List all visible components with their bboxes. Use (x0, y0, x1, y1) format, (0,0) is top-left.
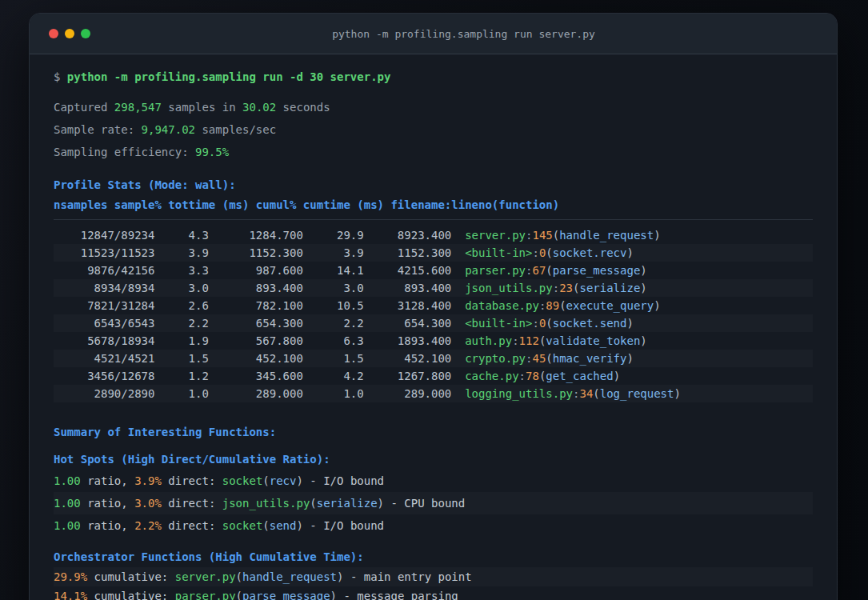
stats-cells: 3456/12678 1.2 345.600 4.2 1267.800 (54, 370, 465, 382)
orch-filename: parser.py (175, 590, 236, 600)
stats-lineno: 67 (532, 264, 546, 277)
stats-function: parse_message (553, 264, 641, 277)
stats-row: 5678/18934 1.9 567.800 6.3 1893.400 auth… (54, 332, 813, 350)
stats-cells: 5678/18934 1.9 567.800 6.3 1893.400 (54, 334, 465, 347)
stats-cells: 8934/8934 3.0 893.400 3.0 893.400 (54, 282, 465, 294)
stats-filename: parser.py (465, 264, 526, 277)
minimize-button[interactable] (65, 29, 74, 38)
hot-function: send (270, 519, 297, 532)
stats-function: socket.send (553, 317, 627, 330)
stats-lineno: 78 (526, 370, 539, 382)
stats-function: socket.recv (553, 246, 627, 259)
stats-function: serialize (579, 282, 640, 294)
hot-percent: 3.0% (134, 497, 162, 510)
hot-spot-line: 1.00 ratio, 3.9% direct: socket(recv) - … (54, 470, 813, 492)
hot-target: socket (222, 474, 263, 487)
hot-note: - I/O bound (303, 519, 384, 532)
efficiency-value: 99.5% (195, 146, 229, 158)
sample-rate-value: 9,947.02 (142, 123, 195, 136)
stats-lineno: 45 (532, 352, 546, 365)
stats-function: log_request (600, 387, 674, 400)
stats-filename: logging_utils.py (465, 387, 573, 400)
stats-row: 12847/89234 4.3 1284.700 29.9 8923.400 s… (54, 226, 813, 244)
orch-filename: server.py (175, 570, 236, 583)
hot-ratio: 1.00 (54, 474, 81, 487)
hot-spot-line: 1.00 ratio, 3.0% direct: json_utils.py(s… (54, 492, 813, 514)
efficiency-line: Sampling efficiency: 99.5% (54, 141, 813, 163)
stats-cells: 11523/11523 3.9 1152.300 3.9 1152.300 (54, 246, 465, 259)
stats-cells: 4521/4521 1.5 452.100 1.5 452.100 (54, 352, 465, 365)
maximize-button[interactable] (81, 29, 90, 38)
stats-cells: 2890/2890 1.0 289.000 1.0 289.000 (54, 387, 465, 400)
command-text: python -m profiling.sampling run -d 30 s… (67, 70, 391, 83)
stats-filename: cache.py (465, 370, 518, 382)
profile-stats-heading: Profile Stats (Mode: wall): (54, 174, 813, 195)
stats-cells: 12847/89234 4.3 1284.700 29.9 8923.400 (54, 229, 465, 242)
stats-row: 2890/2890 1.0 289.000 1.0 289.000 loggin… (54, 385, 813, 402)
stats-row: 8934/8934 3.0 893.400 3.0 893.400 json_u… (54, 279, 813, 297)
window-title: python -m profiling.sampling run server.… (110, 28, 837, 40)
hot-percent: 3.9% (134, 474, 162, 487)
stats-filename: server.py (465, 229, 526, 242)
stats-lineno: 145 (532, 229, 552, 242)
stats-row: 9876/42156 3.3 987.600 14.1 4215.600 par… (54, 262, 813, 279)
stats-lineno: 89 (546, 299, 559, 312)
orchestrator-line: 14.1% cumulative: parser.py(parse_messag… (54, 586, 813, 600)
stats-columns-header: nsamples sample% tottime (ms) cumul% cum… (54, 195, 813, 214)
desktop-background: python -m profiling.sampling run server.… (0, 0, 868, 600)
terminal-window: python -m profiling.sampling run server.… (29, 13, 838, 600)
stats-lineno: 112 (519, 334, 539, 347)
hot-percent: 2.2% (134, 519, 162, 532)
close-button[interactable] (49, 29, 58, 38)
hot-spots-list: 1.00 ratio, 3.9% direct: socket(recv) - … (54, 470, 813, 537)
stats-function: validate_token (546, 334, 640, 347)
stats-cells: 9876/42156 3.3 987.600 14.1 4215.600 (54, 264, 465, 277)
stats-filename: database.py (465, 299, 539, 312)
orch-function: handle_request (242, 570, 337, 583)
orchestrator-list: 29.9% cumulative: server.py(handle_reque… (54, 567, 813, 600)
stats-function: execute_query (566, 299, 654, 312)
stats-row: 6543/6543 2.2 654.300 2.2 654.300 <built… (54, 314, 813, 332)
sample-rate-line: Sample rate: 9,947.02 samples/sec (54, 118, 813, 141)
stats-filename: <built-in> (465, 246, 532, 259)
hot-target: json_utils.py (222, 497, 310, 510)
hot-target: socket (222, 519, 263, 532)
orch-note: - main entry point (343, 570, 471, 583)
hot-function: serialize (317, 497, 378, 510)
stats-row: 3456/12678 1.2 345.600 4.2 1267.800 cach… (54, 367, 813, 385)
titlebar[interactable]: python -m profiling.sampling run server.… (30, 14, 837, 54)
orchestrator-line: 29.9% cumulative: server.py(handle_reque… (54, 567, 813, 586)
hot-note: - CPU bound (384, 497, 465, 510)
orchestrator-heading: Orchestrator Functions (High Cumulative … (54, 546, 813, 567)
samples-count: 298,547 (114, 101, 162, 114)
stats-filename: <built-in> (465, 317, 532, 330)
window-controls (30, 29, 110, 38)
orch-percent: 14.1% (54, 590, 87, 600)
orch-function: parse_message (242, 590, 330, 600)
stats-function: handle_request (559, 229, 654, 242)
captured-line: Captured 298,547 samples in 30.02 second… (54, 96, 813, 118)
stats-filename: crypto.py (465, 352, 526, 365)
stats-filename: json_utils.py (465, 282, 553, 294)
stats-row: 11523/11523 3.9 1152.300 3.9 1152.300 <b… (54, 244, 813, 262)
stats-cells: 6543/6543 2.2 654.300 2.2 654.300 (54, 317, 465, 330)
hot-spot-line: 1.00 ratio, 2.2% direct: socket(send) - … (54, 514, 813, 537)
orch-note: - message parsing (337, 590, 458, 600)
hot-function: recv (270, 474, 297, 487)
stats-lineno: 23 (559, 282, 573, 294)
orch-percent: 29.9% (54, 570, 87, 583)
hot-note: - I/O bound (303, 474, 384, 487)
stats-function: get_cached (546, 370, 613, 382)
shell-prompt: $ (54, 70, 67, 83)
capture-duration: 30.02 (242, 101, 276, 114)
stats-row: 7821/31284 2.6 782.100 10.5 3128.400 dat… (54, 297, 813, 314)
hot-ratio: 1.00 (54, 497, 81, 510)
stats-row: 4521/4521 1.5 452.100 1.5 452.100 crypto… (54, 350, 813, 367)
hot-spots-heading: Hot Spots (High Direct/Cumulative Ratio)… (54, 449, 813, 470)
stats-function: hmac_verify (553, 352, 627, 365)
hot-ratio: 1.00 (54, 519, 81, 532)
stats-cells: 7821/31284 2.6 782.100 10.5 3128.400 (54, 299, 465, 312)
table-divider (54, 219, 813, 220)
stats-lineno: 34 (579, 387, 593, 400)
command-line: $ python -m profiling.sampling run -d 30… (54, 66, 813, 88)
